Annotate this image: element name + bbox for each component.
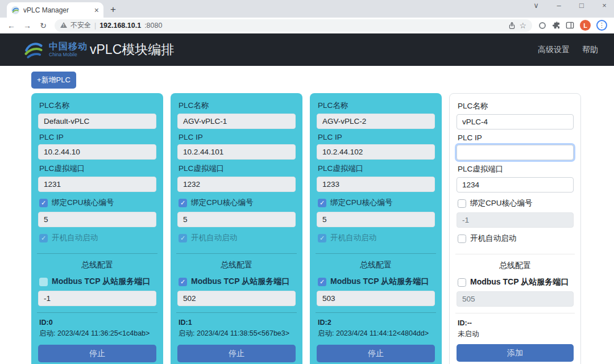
url-omnibox[interactable]: ! 不安全 | 192.168.10.1 :8080 ☆ xyxy=(55,19,532,32)
cpu-bind-checkbox[interactable]: ✓ xyxy=(179,199,187,207)
divider xyxy=(176,253,297,254)
plc-name-input[interactable] xyxy=(317,114,435,129)
cpu-bind-label: 绑定CPU核心编号 xyxy=(330,198,393,208)
modbus-row[interactable]: ✓ Modbus TCP 从站服务端口 xyxy=(179,277,296,287)
check-icon: ✓ xyxy=(180,279,185,285)
modbus-row[interactable]: ✓ Modbus TCP 从站服务端口 xyxy=(39,277,156,287)
plc-card-new: PLC名称 PLC IP PLC虚拟端口 ✓ 绑定CPU核心编号 ✓ 开机自动启… xyxy=(449,93,581,364)
plc-name-input[interactable] xyxy=(38,114,156,129)
modbus-row[interactable]: ✓ Modbus TCP 从站服务端口 xyxy=(458,277,574,287)
plc-id-text: ID:-- xyxy=(458,319,574,327)
window-minimize-icon[interactable]: – xyxy=(555,1,563,10)
cpu-bind-checkbox[interactable]: ✓ xyxy=(318,199,326,207)
check-icon: ✓ xyxy=(180,235,185,241)
modbus-checkbox[interactable]: ✓ xyxy=(458,278,466,287)
back-icon[interactable]: ← xyxy=(5,21,18,30)
modbus-row[interactable]: ✓ Modbus TCP 从站服务端口 xyxy=(318,277,435,287)
favicon-china-mobile-icon xyxy=(11,6,19,14)
tab-close-icon[interactable]: × xyxy=(94,6,99,14)
forward-icon[interactable]: → xyxy=(20,21,34,30)
extension-ring-icon[interactable] xyxy=(539,22,546,29)
brand-block: 中国移动 China Mobile xyxy=(49,42,88,57)
browser-menu-icon[interactable]: ⋮ xyxy=(596,20,607,31)
url-port: :8080 xyxy=(144,22,162,30)
autostart-checkbox[interactable]: ✓ xyxy=(318,234,326,242)
autostart-checkbox[interactable]: ✓ xyxy=(179,234,187,242)
extensions-puzzle-icon[interactable] xyxy=(551,21,560,30)
side-panel-icon[interactable] xyxy=(566,21,574,30)
toolbar-icons: L ⋮ xyxy=(537,20,609,31)
reload-icon[interactable]: ↻ xyxy=(36,21,50,30)
nav-help[interactable]: 帮助 xyxy=(582,45,598,55)
stop-button[interactable]: 停止 xyxy=(177,345,296,362)
plc-port-input[interactable] xyxy=(177,177,296,192)
bus-config-title: 总线配置 xyxy=(317,260,435,270)
modbus-port-input[interactable] xyxy=(317,291,435,306)
stop-button[interactable]: 停止 xyxy=(38,345,156,362)
plc-name-input[interactable] xyxy=(177,114,296,129)
autostart-checkbox[interactable]: ✓ xyxy=(458,235,466,243)
plc-ip-input[interactable] xyxy=(177,144,296,160)
share-icon[interactable] xyxy=(508,22,516,30)
plc-ip-input[interactable] xyxy=(317,144,435,160)
plc-port-input[interactable] xyxy=(38,177,156,192)
new-tab-button[interactable]: + xyxy=(110,4,116,15)
bookmark-star-icon[interactable]: ☆ xyxy=(519,21,526,30)
add-button[interactable]: 添加 xyxy=(457,344,574,362)
check-icon: ✓ xyxy=(41,235,46,241)
divider xyxy=(176,312,297,313)
add-plc-button[interactable]: +新增PLC xyxy=(31,72,76,89)
cpu-core-input[interactable] xyxy=(38,212,156,227)
browser-tab-strip: vPLC Manager × + ∨ – □ × xyxy=(0,0,614,18)
plc-ip-label: PLC IP xyxy=(39,133,156,141)
modbus-checkbox[interactable]: ✓ xyxy=(39,278,48,286)
cpu-core-input[interactable] xyxy=(457,212,574,228)
window-close-icon[interactable]: × xyxy=(600,1,608,10)
plc-id-text: ID:0 xyxy=(39,319,156,327)
plc-name-input[interactable] xyxy=(457,114,574,129)
autostart-label: 开机自动启动 xyxy=(330,233,376,243)
autostart-label: 开机自动启动 xyxy=(52,233,98,243)
plc-cards-row: PLC名称 PLC IP PLC虚拟端口 ✓ 绑定CPU核心编号 ✓ 开机自动启… xyxy=(31,93,614,364)
plc-port-label: PLC虚拟端口 xyxy=(179,164,296,174)
plc-ip-input[interactable] xyxy=(457,145,574,160)
cpu-core-input[interactable] xyxy=(177,212,296,227)
modbus-checkbox[interactable]: ✓ xyxy=(318,278,326,286)
plc-status-text: 启动: 2023/4/24 11:44:12<4804dd> xyxy=(318,329,435,338)
window-controls: ∨ – □ × xyxy=(532,1,608,10)
url-host: 192.168.10.1 xyxy=(99,22,141,30)
cpu-bind-row[interactable]: ✓ 绑定CPU核心编号 xyxy=(179,198,296,208)
autostart-row[interactable]: ✓ 开机自动启动 xyxy=(318,233,435,243)
autostart-row[interactable]: ✓ 开机自动启动 xyxy=(458,233,574,244)
stop-button[interactable]: 停止 xyxy=(317,345,435,362)
cpu-bind-row[interactable]: ✓ 绑定CPU核心编号 xyxy=(39,198,156,208)
cpu-bind-checkbox[interactable]: ✓ xyxy=(458,199,466,208)
insecure-warning-icon: ! xyxy=(60,22,67,28)
cpu-bind-checkbox[interactable]: ✓ xyxy=(39,199,48,207)
window-chevron-icon[interactable]: ∨ xyxy=(532,1,540,10)
divider xyxy=(316,253,436,254)
browser-tab[interactable]: vPLC Manager × xyxy=(7,2,103,18)
check-icon: ✓ xyxy=(41,200,46,206)
nav-advanced-settings[interactable]: 高级设置 xyxy=(538,45,570,55)
autostart-row[interactable]: ✓ 开机自动启动 xyxy=(179,233,296,243)
modbus-port-input[interactable] xyxy=(38,291,156,306)
autostart-checkbox[interactable]: ✓ xyxy=(39,234,48,242)
window-maximize-icon[interactable]: □ xyxy=(578,1,586,10)
url-separator: | xyxy=(94,22,96,30)
plc-port-input[interactable] xyxy=(457,177,574,193)
modbus-checkbox[interactable]: ✓ xyxy=(179,278,187,286)
cpu-core-input[interactable] xyxy=(317,212,435,227)
cpu-bind-label: 绑定CPU核心编号 xyxy=(470,198,533,208)
autostart-row[interactable]: ✓ 开机自动启动 xyxy=(39,233,156,243)
cpu-bind-row[interactable]: ✓ 绑定CPU核心编号 xyxy=(318,198,435,208)
plc-ip-input[interactable] xyxy=(38,144,156,160)
plc-port-input[interactable] xyxy=(317,177,435,192)
modbus-port-input[interactable] xyxy=(457,291,574,307)
cpu-bind-row[interactable]: ✓ 绑定CPU核心编号 xyxy=(458,198,574,208)
modbus-port-input[interactable] xyxy=(177,291,296,306)
plc-card-default: PLC名称 PLC IP PLC虚拟端口 ✓ 绑定CPU核心编号 ✓ 开机自动启… xyxy=(31,93,163,364)
profile-avatar[interactable]: L xyxy=(580,20,591,31)
bus-config-title: 总线配置 xyxy=(38,260,156,270)
check-icon: ✓ xyxy=(180,200,185,206)
